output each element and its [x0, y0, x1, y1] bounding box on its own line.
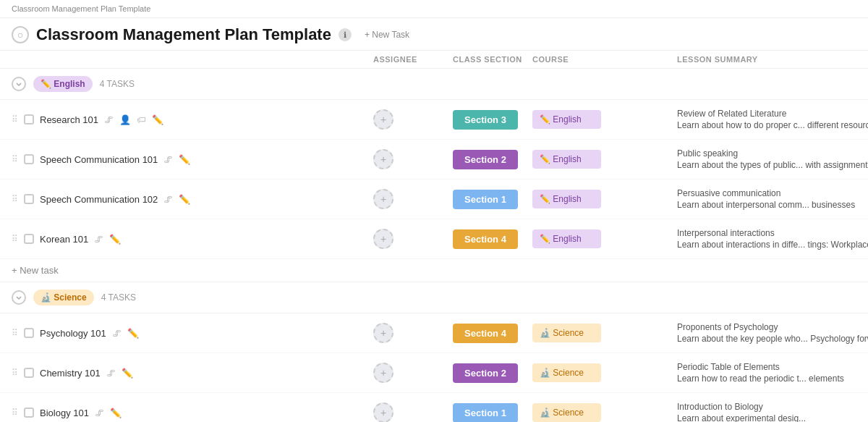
info-icon[interactable]: ℹ [339, 28, 352, 41]
course-pill: 🔬 Science [532, 363, 601, 382]
attach-icon[interactable]: 🖇 [104, 114, 114, 125]
table-row: ⠿ Biology 101 🖇 ✏️ + Section 1 🔬 Science… [0, 393, 868, 422]
drag-handle[interactable]: ⠿ [12, 114, 18, 125]
table-row: ⠿ Psychology 101 🖇 ✏️ + Section 4 🔬 Scie… [0, 313, 868, 353]
drag-handle[interactable]: ⠿ [12, 234, 18, 244]
group-header-english: ✏️ English 4 TASKS [0, 69, 868, 100]
summary-objective-cell: Proponents of Psychology Learn about the… [677, 316, 868, 350]
course-cell: 🔬 Science [532, 403, 677, 422]
attach-icon[interactable]: 🖇 [163, 154, 173, 165]
attach-icon[interactable]: 🖇 [112, 328, 122, 339]
lesson-summary: Proponents of Psychology [677, 322, 868, 332]
drag-handle[interactable]: ⠿ [12, 408, 18, 418]
col-assignee: ASSIGNEE [373, 55, 453, 64]
drag-handle[interactable]: ⠿ [12, 368, 18, 378]
task-name: Korean 101 [40, 234, 88, 245]
assignee-avatar[interactable]: + [373, 323, 393, 343]
task-cell: ⠿ Chemistry 101 🖇 ✏️ [12, 360, 373, 386]
edit-icon[interactable]: ✏️ [127, 328, 139, 339]
assignee-avatar[interactable]: + [373, 189, 393, 209]
objective: Learn about interpersonal comm... busine… [677, 200, 862, 210]
page-header: ○ Classroom Management Plan Template ℹ +… [0, 18, 868, 51]
lesson-summary: Periodic Table of Elements [677, 362, 856, 372]
drag-handle[interactable]: ⠿ [12, 194, 18, 204]
objective: Learn about the key people who... Psycho… [677, 334, 868, 344]
objective: Learn about the types of public... with … [677, 160, 868, 170]
edit-icon[interactable]: ✏️ [109, 234, 121, 245]
section-cell: Section 2 [453, 363, 532, 383]
course-pill: ✏️ English [532, 229, 601, 248]
tag-icon[interactable]: 🏷 [137, 114, 146, 125]
assignee-cell: + [373, 363, 453, 383]
group-task-count-english: 4 TASKS [100, 79, 135, 89]
assignee-avatar[interactable]: + [373, 149, 393, 169]
task-checkbox[interactable] [24, 368, 34, 378]
drag-handle[interactable]: ⠿ [12, 154, 18, 164]
col-class-section: CLASS SECTION [453, 55, 532, 64]
group-toggle-english[interactable] [12, 77, 26, 91]
edit-icon[interactable]: ✏️ [110, 408, 122, 418]
section-cell: Section 3 [453, 110, 532, 130]
assignee-avatar[interactable]: + [373, 402, 393, 422]
section-cell: Section 4 [453, 229, 532, 249]
group-badge-english: ✏️ English [33, 76, 93, 92]
task-checkbox[interactable] [24, 194, 34, 204]
summary-objective-cell: Public speaking Learn about the types of… [677, 143, 868, 176]
task-cell: ⠿ Biology 101 🖇 ✏️ [12, 400, 373, 423]
task-checkbox[interactable] [24, 154, 34, 164]
attach-icon[interactable]: 🖇 [106, 368, 116, 379]
task-name: Speech Communication 101 [40, 154, 158, 165]
new-task-header-button[interactable]: + New Task [359, 27, 415, 43]
course-pill: 🔬 Science [532, 403, 601, 422]
summary-objective-cell: Introduction to Biology Learn about expe… [677, 396, 856, 422]
group-badge-science: 🔬 Science [33, 290, 94, 305]
assignee-cell: + [373, 229, 453, 249]
task-checkbox[interactable] [24, 114, 34, 125]
summary-objective-cell: Review of Related Literature Learn about… [677, 103, 868, 136]
assignee-avatar[interactable]: + [373, 229, 393, 249]
attach-icon[interactable]: 🖇 [94, 234, 103, 245]
lesson-summary: Review of Related Literature [677, 109, 868, 119]
course-cell: ✏️ English [532, 150, 677, 169]
assignee-avatar[interactable]: + [373, 363, 393, 383]
table-row: ⠿ Chemistry 101 🖇 ✏️ + Section 2 🔬 Scien… [0, 353, 868, 393]
table-row: ⠿ Speech Communication 101 🖇 ✏️ + Sectio… [0, 140, 868, 180]
assignee-cell: + [373, 189, 453, 209]
page-title: Classroom Management Plan Template [36, 25, 331, 44]
edit-icon[interactable]: ✏️ [179, 194, 190, 205]
task-checkbox[interactable] [24, 234, 34, 244]
new-task-row-english[interactable]: + New task [0, 259, 868, 282]
task-cell: ⠿ Speech Communication 102 🖇 ✏️ [12, 187, 373, 212]
user-icon[interactable]: 👤 [119, 114, 131, 125]
group-toggle-science[interactable] [12, 290, 26, 305]
assignee-avatar[interactable]: + [373, 109, 393, 130]
course-cell: ✏️ English [532, 190, 677, 208]
task-checkbox[interactable] [24, 328, 34, 338]
complete-toggle[interactable]: ○ [12, 26, 29, 43]
assignee-cell: + [373, 149, 453, 169]
main-table: ✏️ English 4 TASKS ⠿ Research 101 🖇 👤🏷 ✏… [0, 69, 868, 422]
assignee-cell: + [373, 109, 453, 130]
edit-icon[interactable]: ✏️ [122, 368, 133, 379]
task-name: Research 101 [40, 114, 98, 125]
objective: Learn how to read the periodic t... elem… [677, 374, 856, 384]
lesson-summary: Introduction to Biology [677, 402, 856, 412]
task-name: Biology 101 [40, 408, 89, 418]
drag-handle[interactable]: ⠿ [12, 328, 18, 338]
column-headers: ASSIGNEE CLASS SECTION COURSE LESSON SUM… [0, 51, 868, 69]
section-cell: Section 2 [453, 150, 532, 169]
edit-icon[interactable]: ✏️ [152, 114, 163, 125]
task-checkbox[interactable] [24, 408, 34, 418]
section-pill: Section 2 [453, 363, 518, 383]
task-name: Chemistry 101 [40, 368, 101, 379]
course-pill: ✏️ English [532, 150, 601, 169]
objective: Learn about experimental desig... [677, 413, 856, 422]
edit-icon[interactable]: ✏️ [179, 154, 190, 165]
summary-objective-cell: Periodic Table of Elements Learn how to … [677, 356, 856, 389]
section-cell: Section 1 [453, 190, 532, 209]
summary-objective-cell: Interpersonal interactions Learn about i… [677, 222, 868, 256]
attach-icon[interactable]: 🖇 [95, 408, 104, 418]
section-pill: Section 4 [453, 324, 518, 343]
group-header-science: 🔬 Science 4 TASKS [0, 282, 868, 313]
attach-icon[interactable]: 🖇 [163, 194, 173, 205]
